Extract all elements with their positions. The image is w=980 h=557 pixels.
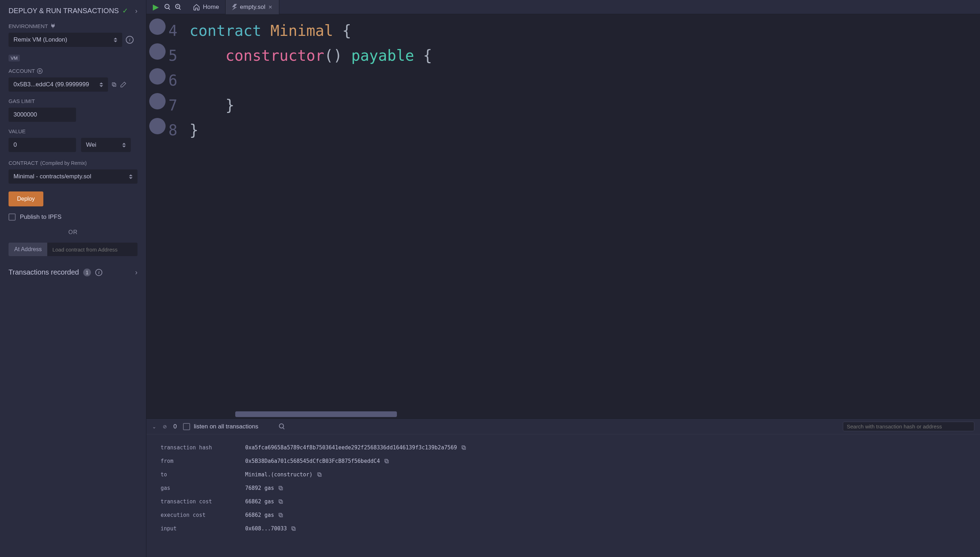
tab-home[interactable]: Home (187, 0, 226, 14)
transactions-recorded-label: Transactions recorded (8, 268, 79, 276)
breakpoint-dot[interactable] (149, 68, 166, 85)
code-line[interactable]: contract Minimal { (189, 18, 432, 43)
terminal-search-input[interactable] (847, 423, 970, 430)
at-address-input[interactable] (47, 243, 137, 256)
copy-icon[interactable] (461, 445, 466, 450)
line-number: 4 (168, 18, 177, 43)
transactions-recorded-row[interactable]: Transactions recorded 1 i › (8, 268, 137, 276)
tx-detail-key: execution cost (161, 512, 245, 518)
deploy-sidebar: DEPLOY & RUN TRANSACTIONS ✓ › ENVIRONMEN… (0, 0, 147, 557)
zoom-in-icon[interactable]: + (175, 3, 180, 11)
horizontal-scrollbar[interactable] (235, 411, 397, 417)
value-input[interactable] (13, 142, 71, 148)
svg-rect-16 (292, 527, 295, 529)
value-unit-text: Wei (86, 142, 96, 148)
copy-icon[interactable] (278, 485, 283, 490)
solidity-icon (232, 4, 237, 10)
listen-all-checkbox[interactable] (183, 423, 190, 430)
copy-icon[interactable] (384, 459, 389, 464)
tx-detail-value: 66862 gas (245, 498, 283, 505)
editor-toolbar: ▶ − + Home empty.sol ✕ (147, 0, 980, 14)
tx-detail-key: transaction hash (161, 445, 245, 451)
or-divider: OR (8, 229, 137, 236)
tx-detail-row: toMinimal.(constructor) (161, 468, 966, 481)
terminal-search-icon[interactable] (279, 423, 284, 430)
breakpoint-dot[interactable] (149, 118, 166, 134)
copy-icon[interactable] (278, 499, 283, 504)
line-number: 8 (168, 118, 177, 143)
add-account-icon[interactable] (37, 68, 42, 74)
gas-limit-input-wrap (8, 107, 76, 122)
breakpoint-dot[interactable] (149, 43, 166, 60)
tab-close-icon[interactable]: ✕ (268, 4, 272, 10)
svg-rect-12 (279, 500, 282, 503)
run-script-icon[interactable]: ▶ (153, 2, 159, 12)
svg-rect-13 (280, 514, 283, 517)
tx-detail-row: input0x608...70033 (161, 522, 966, 535)
transactions-recorded-info-icon[interactable]: i (95, 269, 102, 276)
tx-detail-key: input (161, 525, 245, 532)
edit-account-icon[interactable] (120, 81, 127, 88)
tab-file-label: empty.sol (240, 3, 266, 11)
copy-icon[interactable] (291, 526, 296, 531)
tx-detail-key: gas (161, 485, 245, 491)
deploy-button[interactable]: Deploy (8, 191, 43, 207)
copy-account-icon[interactable] (112, 82, 117, 87)
code-content[interactable]: contract Minimal { constructor() payable… (189, 14, 432, 419)
svg-rect-3 (463, 446, 465, 450)
environment-label: ENVIRONMENT (8, 23, 137, 29)
dropdown-caret-icon (114, 37, 117, 42)
listen-all-label: listen on all transactions (194, 423, 258, 430)
terminal-pending-count: 0 (173, 423, 177, 430)
home-icon (193, 3, 200, 11)
value-label: VALUE (8, 128, 137, 134)
svg-rect-11 (280, 500, 283, 503)
breakpoint-dot[interactable] (149, 18, 166, 35)
value-unit-select[interactable]: Wei (81, 138, 131, 152)
code-editor[interactable]: 45678 contract Minimal { constructor() p… (147, 14, 980, 419)
at-address-button[interactable]: At Address (8, 243, 47, 256)
tx-detail-row: execution cost66862 gas (161, 508, 966, 522)
terminal-clear-icon[interactable]: ⊘ (163, 424, 167, 430)
publish-ipfs-checkbox[interactable] (8, 213, 16, 221)
account-value: 0x5B3...eddC4 (99.9999999 (13, 81, 99, 88)
code-line[interactable]: } (189, 118, 432, 143)
line-number: 6 (168, 68, 177, 93)
svg-rect-10 (279, 486, 282, 489)
tx-detail-value: 66862 gas (245, 512, 283, 518)
contract-hint: (Compiled by Remix) (40, 160, 87, 166)
environment-info-icon[interactable]: i (126, 36, 134, 44)
terminal-panel: ⌄ ⊘ 0 listen on all transactions transac… (147, 419, 980, 557)
breakpoint-gutter[interactable] (147, 14, 168, 419)
svg-rect-7 (318, 474, 321, 476)
compiled-check-icon: ✓ (122, 7, 128, 15)
code-line[interactable] (189, 68, 432, 93)
line-number: 7 (168, 93, 177, 118)
terminal-collapse-icon[interactable]: ⌄ (152, 424, 157, 430)
zoom-out-icon[interactable]: − (165, 3, 170, 11)
tx-detail-row: from0x5B38Da6a701c568545dCfcB03FcB875f56… (161, 454, 966, 468)
chevron-right-icon[interactable]: › (135, 268, 137, 276)
terminal-toolbar: ⌄ ⊘ 0 listen on all transactions (147, 419, 980, 435)
copy-icon[interactable] (317, 472, 322, 477)
svg-rect-9 (280, 487, 283, 490)
panel-collapse-icon[interactable]: › (135, 7, 137, 15)
main-area: ▶ − + Home empty.sol ✕ 45678 contract Mi… (147, 0, 980, 557)
contract-select[interactable]: Minimal - contracts/empty.sol (8, 169, 137, 184)
contract-label: CONTRACT (Compiled by Remix) (8, 160, 137, 166)
svg-rect-6 (385, 459, 388, 462)
tab-file-empty-sol[interactable]: empty.sol ✕ (226, 0, 279, 14)
tx-detail-value: 0xa5fca69658a5789c4f8b7503641eede292f256… (245, 445, 466, 451)
svg-rect-2 (112, 83, 115, 86)
line-number-gutter: 45678 (168, 14, 189, 419)
gas-limit-input[interactable] (13, 111, 71, 118)
tx-detail-value: Minimal.(constructor) (245, 471, 322, 478)
breakpoint-dot[interactable] (149, 93, 166, 109)
tx-detail-key: transaction cost (161, 498, 245, 505)
svg-rect-4 (462, 446, 465, 449)
code-line[interactable]: } (189, 93, 432, 118)
environment-select[interactable]: Remix VM (London) (8, 33, 122, 47)
account-select[interactable]: 0x5B3...eddC4 (99.9999999 (8, 77, 108, 92)
code-line[interactable]: constructor() payable { (189, 43, 432, 68)
copy-icon[interactable] (278, 513, 283, 518)
